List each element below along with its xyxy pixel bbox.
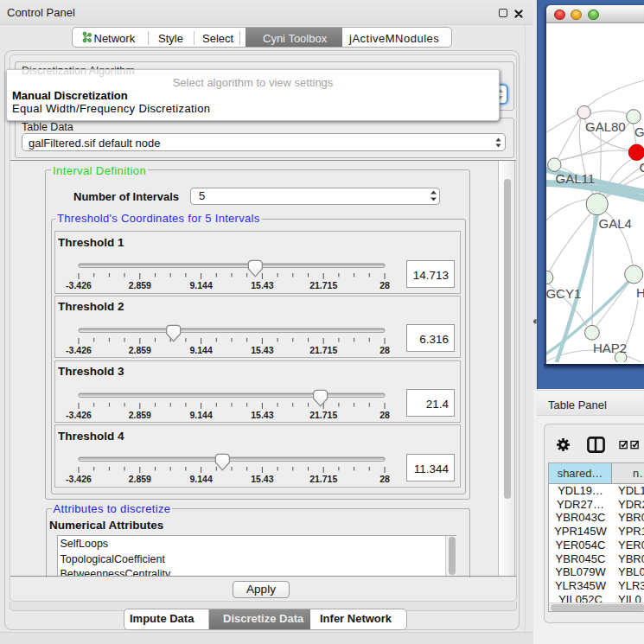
svg-text:2.859: 2.859 [129, 474, 151, 484]
svg-text:21.715: 21.715 [309, 344, 337, 354]
svg-text:28: 28 [379, 409, 390, 419]
svg-text:21.715: 21.715 [309, 280, 337, 290]
svg-text:28: 28 [379, 280, 390, 290]
svg-text:15.43: 15.43 [251, 280, 273, 290]
svg-text:-3.426: -3.426 [66, 344, 92, 354]
svg-text:15.43: 15.43 [251, 474, 273, 484]
svg-text:-3.426: -3.426 [66, 280, 92, 290]
svg-text:15.43: 15.43 [251, 344, 273, 354]
svg-text:C: C [640, 160, 644, 175]
svg-text:GAL4: GAL4 [599, 216, 632, 231]
svg-text:9.144: 9.144 [189, 344, 212, 354]
svg-text:GAL80: GAL80 [585, 119, 626, 134]
svg-text:9.144: 9.144 [189, 280, 212, 290]
svg-text:21.715: 21.715 [309, 409, 337, 419]
svg-text:9.144: 9.144 [189, 474, 212, 484]
svg-text:2.859: 2.859 [129, 344, 151, 354]
svg-text:28: 28 [379, 344, 390, 354]
svg-text:H: H [636, 285, 644, 300]
svg-text:2.859: 2.859 [129, 280, 151, 290]
svg-text:28: 28 [379, 474, 390, 484]
svg-text:-3.426: -3.426 [66, 409, 92, 419]
svg-text:9.144: 9.144 [189, 409, 212, 419]
svg-text:GCY1: GCY1 [546, 286, 581, 301]
svg-text:21.715: 21.715 [309, 474, 337, 484]
svg-text:15.43: 15.43 [251, 409, 273, 419]
svg-text:GAL11: GAL11 [556, 171, 596, 186]
svg-text:-3.426: -3.426 [66, 474, 92, 484]
svg-text:GA: GA [634, 124, 644, 139]
svg-text:2.859: 2.859 [129, 409, 151, 419]
svg-text:HAP2: HAP2 [593, 341, 627, 355]
